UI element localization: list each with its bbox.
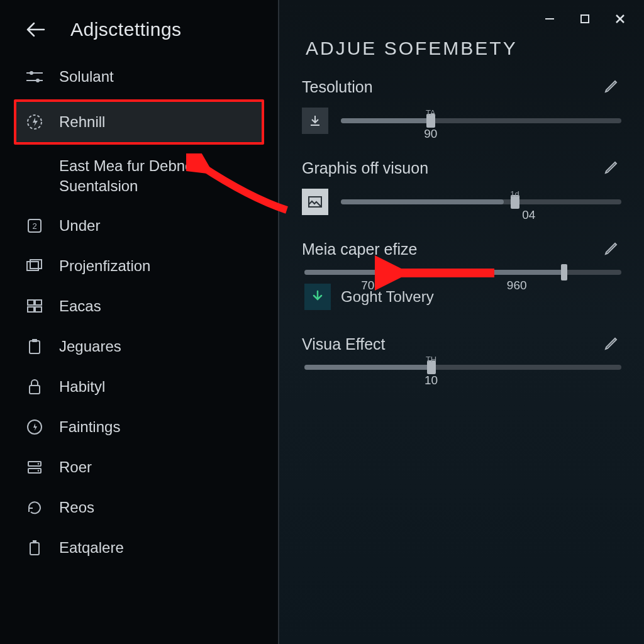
grid-icon bbox=[25, 297, 44, 316]
sidebar-item-label: Eacas bbox=[59, 297, 101, 315]
slider-value: 90 bbox=[424, 127, 437, 141]
svg-point-20 bbox=[38, 470, 40, 472]
sidebar: Adjsctettings Solulant Rehnill East Mea … bbox=[0, 0, 278, 644]
sidebar-item-label: Reos bbox=[59, 499, 94, 516]
maximize-button[interactable] bbox=[570, 6, 600, 31]
setting-graphis: Graphis off visuon 1d 04 bbox=[302, 159, 621, 215]
slider-tick: TH bbox=[426, 355, 436, 364]
svg-rect-13 bbox=[30, 341, 40, 353]
sidebar-item-label: Rehnill bbox=[59, 113, 105, 131]
svg-point-19 bbox=[38, 463, 40, 465]
sidebar-items: Solulant Rehnill East Mea fur Debnol Sue… bbox=[0, 57, 278, 568]
bolt-circle-icon bbox=[25, 113, 44, 131]
sidebar-item-habityl[interactable]: Habityl bbox=[16, 367, 262, 407]
svg-rect-12 bbox=[35, 307, 42, 312]
svg-text:2: 2 bbox=[32, 221, 36, 231]
blank-icon bbox=[25, 156, 44, 175]
sidebar-item-label: Eatqalere bbox=[59, 539, 124, 557]
sidebar-item-label: Under bbox=[59, 217, 100, 235]
sidebar-item-label: Habityl bbox=[59, 378, 105, 396]
clock-bolt-icon bbox=[25, 418, 44, 436]
image-icon bbox=[302, 189, 328, 215]
slider-tesolution[interactable]: TA 90 bbox=[341, 118, 621, 123]
setting-label: Meia caper efize bbox=[302, 240, 417, 258]
svg-rect-10 bbox=[35, 300, 42, 305]
refresh-icon bbox=[25, 498, 44, 517]
slider-tick: TA bbox=[426, 108, 436, 118]
svg-rect-21 bbox=[30, 543, 39, 555]
sidebar-item-projenfization[interactable]: Projenfization bbox=[16, 246, 262, 286]
download-green-icon bbox=[304, 284, 331, 310]
slider-meia[interactable]: 70 960 bbox=[304, 270, 621, 275]
number-box-icon: 2 bbox=[25, 216, 44, 235]
slider-tick: 1d bbox=[510, 189, 519, 199]
setting-label: Graphis off visuon bbox=[302, 159, 428, 177]
sidebar-item-under[interactable]: 2 Under bbox=[16, 206, 262, 246]
sidebar-item-faintings[interactable]: Faintings bbox=[16, 407, 262, 447]
clipboard-icon bbox=[25, 337, 44, 356]
setting-visua: Visua Effect TH 10 bbox=[302, 335, 621, 370]
close-button[interactable] bbox=[605, 6, 635, 31]
setting-tesolution: Tesolution TA 90 bbox=[302, 78, 621, 134]
back-arrow-icon[interactable] bbox=[25, 21, 47, 38]
svg-point-3 bbox=[36, 79, 40, 82]
svg-rect-22 bbox=[33, 540, 36, 543]
sidebar-header: Adjsctettings bbox=[0, 11, 278, 57]
settings-list: Tesolution TA 90 bbox=[279, 59, 644, 370]
setting-label: Visua Effect bbox=[302, 335, 386, 353]
svg-rect-14 bbox=[32, 339, 37, 342]
lock-icon bbox=[25, 377, 44, 396]
sidebar-item-reos[interactable]: Reos bbox=[16, 487, 262, 528]
sidebar-item-eacas[interactable]: Eacas bbox=[16, 286, 262, 326]
edit-icon[interactable] bbox=[604, 241, 621, 258]
edit-icon[interactable] bbox=[604, 336, 621, 353]
frames-icon bbox=[25, 257, 44, 275]
sidebar-item-label: Projenfization bbox=[59, 257, 150, 275]
sidebar-item-label: East Mea fur Debnol Suentalsion bbox=[59, 156, 254, 197]
sidebar-item-eatqalere[interactable]: Eatqalere bbox=[16, 528, 262, 568]
slider-graphis[interactable]: 1d 04 bbox=[341, 199, 621, 204]
main-panel: ADJUE SOFEMBETY Tesolution TA bbox=[278, 0, 644, 644]
download-icon bbox=[302, 108, 328, 134]
server-icon bbox=[25, 458, 44, 477]
sidebar-item-eastmea[interactable]: East Mea fur Debnol Suentalsion bbox=[16, 147, 262, 206]
svg-point-1 bbox=[30, 71, 33, 75]
sidebar-item-label: Jeguares bbox=[59, 338, 121, 355]
minimize-button[interactable] bbox=[535, 6, 565, 31]
sidebar-item-label: Solulant bbox=[59, 68, 114, 86]
sidebar-item-label: Faintings bbox=[59, 418, 120, 436]
svg-rect-24 bbox=[581, 15, 589, 23]
slider-visua[interactable]: TH 10 bbox=[304, 365, 621, 370]
setting-label: Tesolution bbox=[302, 78, 373, 96]
setting-meia: Meia caper efize 70 960 bbox=[302, 240, 621, 310]
goggle-label: Goght Tolvery bbox=[341, 288, 434, 306]
edit-icon[interactable] bbox=[604, 160, 621, 177]
slider-value: 04 bbox=[522, 208, 535, 222]
window-controls bbox=[526, 0, 644, 38]
slider-value: 10 bbox=[425, 374, 438, 387]
edit-icon[interactable] bbox=[604, 79, 621, 96]
sidebar-item-solulant[interactable]: Solulant bbox=[16, 57, 262, 97]
sidebar-item-jeguares[interactable]: Jeguares bbox=[16, 326, 262, 367]
svg-rect-9 bbox=[28, 300, 34, 305]
svg-rect-15 bbox=[30, 386, 40, 394]
sidebar-item-label: Roer bbox=[59, 458, 92, 476]
sidebar-item-roer[interactable]: Roer bbox=[16, 447, 262, 487]
sidebar-title: Adjsctettings bbox=[70, 19, 182, 40]
battery-icon bbox=[25, 538, 44, 557]
sidebar-item-rehnill[interactable]: Rehnill bbox=[14, 99, 264, 145]
svg-rect-11 bbox=[28, 307, 34, 312]
tune-icon bbox=[25, 67, 44, 86]
